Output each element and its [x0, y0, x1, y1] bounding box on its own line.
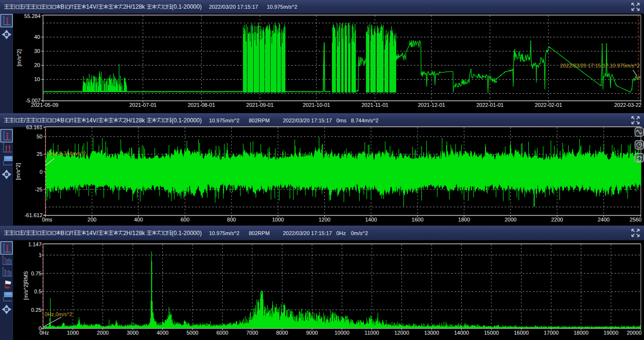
- svg-text:400: 400: [134, 217, 143, 222]
- svg-text:19000: 19000: [604, 330, 619, 336]
- svg-text:2022/03/20 17:15:17: 2022/03/20 17:15:17: [283, 230, 332, 236]
- svg-text:2022/03/20 17:15:17,10.975m/s^: 2022/03/20 17:15:17,10.975m/s^2: [560, 63, 640, 68]
- svg-text:2021-12-01: 2021-12-01: [418, 102, 445, 108]
- svg-text:B: B: [61, 117, 65, 124]
- svg-text:3000: 3000: [127, 330, 139, 336]
- svg-text:2H/128k: 2H/128k: [123, 230, 145, 237]
- svg-text:-25: -25: [35, 187, 43, 192]
- svg-text:2022/03/20 17:15:17: 2022/03/20 17:15:17: [209, 4, 258, 10]
- svg-text:17000: 17000: [544, 330, 559, 336]
- svg-text:2000: 2000: [505, 217, 516, 222]
- svg-text:10.975m/s^2: 10.975m/s^2: [209, 118, 240, 123]
- svg-text:(0.1-20000): (0.1-20000): [172, 3, 202, 10]
- svg-text:1.147: 1.147: [28, 241, 42, 247]
- svg-text:0ms,8.744m/s^2: 0ms,8.744m/s^2: [48, 151, 86, 156]
- svg-text:4000: 4000: [157, 330, 168, 336]
- svg-text:50: 50: [36, 134, 42, 139]
- svg-text:[m/s^2]: [m/s^2]: [15, 163, 21, 180]
- svg-text:2400: 2400: [598, 217, 609, 222]
- svg-text:10.975m/s^2: 10.975m/s^2: [267, 4, 297, 10]
- svg-text:1: 1: [38, 252, 41, 258]
- svg-text:[m/s^2]: [m/s^2]: [16, 49, 22, 66]
- svg-text:1600: 1600: [412, 217, 423, 222]
- svg-text:0Hz: 0Hz: [39, 330, 49, 336]
- svg-text:25: 25: [36, 151, 42, 157]
- svg-text:1000: 1000: [272, 217, 284, 222]
- svg-text:2021-08-01: 2021-08-01: [188, 102, 215, 108]
- svg-text:2022-02-01: 2022-02-01: [535, 102, 562, 108]
- svg-text:2560: 2560: [630, 217, 642, 222]
- svg-text:(0.1-20000): (0.1-20000): [172, 230, 202, 237]
- svg-text:10: 10: [34, 76, 40, 82]
- svg-text:20000: 20000: [627, 330, 642, 336]
- svg-text:0Hz: 0Hz: [336, 230, 346, 236]
- svg-text:2022-01-01: 2022-01-01: [476, 102, 504, 108]
- svg-text:200: 200: [87, 217, 96, 222]
- svg-text:0.75: 0.75: [31, 271, 41, 276]
- svg-text:0Hz,0m/s^2: 0Hz,0m/s^2: [45, 311, 72, 317]
- svg-text:1400: 1400: [365, 217, 377, 222]
- svg-text:8.744m/s^2: 8.744m/s^2: [351, 118, 379, 123]
- svg-text:2022-03-22: 2022-03-22: [614, 102, 642, 108]
- svg-text:55.284: 55.284: [24, 13, 41, 19]
- svg-text:15000: 15000: [484, 330, 499, 336]
- svg-text:8000: 8000: [276, 330, 288, 336]
- svg-text:2021-07-01: 2021-07-01: [129, 102, 157, 108]
- svg-text:1800: 1800: [458, 217, 470, 222]
- svg-text:2021-05-09: 2021-05-09: [31, 102, 58, 108]
- svg-text:2H/128k: 2H/128k: [123, 3, 145, 10]
- svg-text:20: 20: [34, 62, 40, 68]
- svg-text:13000: 13000: [424, 330, 439, 336]
- svg-text:6000: 6000: [216, 330, 228, 336]
- svg-text:30: 30: [34, 48, 40, 54]
- svg-text:10000: 10000: [334, 330, 349, 336]
- svg-text:600: 600: [180, 217, 189, 222]
- svg-text:800: 800: [227, 217, 236, 222]
- svg-text:1000: 1000: [67, 330, 79, 336]
- svg-text:1200: 1200: [318, 217, 330, 222]
- svg-text:-61.612: -61.612: [24, 212, 42, 218]
- svg-text:0ms: 0ms: [336, 118, 347, 123]
- svg-text:11000: 11000: [365, 330, 379, 336]
- svg-text:0ms: 0ms: [42, 217, 52, 222]
- svg-text:7000: 7000: [246, 330, 258, 336]
- svg-text:802RPM: 802RPM: [249, 118, 270, 123]
- svg-text:802RPM: 802RPM: [249, 230, 270, 236]
- svg-text:2021-09-01: 2021-09-01: [246, 102, 274, 108]
- svg-text:0.5: 0.5: [34, 289, 41, 294]
- svg-text:14V/: 14V/: [86, 230, 98, 237]
- svg-text:18000: 18000: [574, 330, 589, 336]
- svg-text:B: B: [61, 230, 65, 237]
- svg-text:12000: 12000: [394, 330, 409, 336]
- svg-text:10.975m/s^2: 10.975m/s^2: [209, 230, 240, 236]
- svg-text:9000: 9000: [306, 330, 318, 336]
- svg-text:16000: 16000: [514, 330, 529, 336]
- svg-text:2H/128k: 2H/128k: [123, 117, 145, 124]
- svg-text:B: B: [61, 3, 65, 10]
- svg-text:14000: 14000: [454, 330, 469, 336]
- svg-text:63.161: 63.161: [26, 124, 43, 130]
- svg-text:2021-10-01: 2021-10-01: [303, 102, 330, 108]
- svg-text:2022/03/20 17:15:17: 2022/03/20 17:15:17: [283, 118, 332, 123]
- svg-text:0m/s^2: 0m/s^2: [351, 230, 368, 236]
- svg-text:[m/s^2]RMS: [m/s^2]RMS: [23, 271, 29, 300]
- svg-text:2200: 2200: [551, 217, 563, 222]
- svg-text:14V/: 14V/: [86, 3, 98, 10]
- svg-text:14V/: 14V/: [86, 117, 98, 124]
- svg-text:(0.1-20000): (0.1-20000): [172, 117, 202, 124]
- svg-text:0: 0: [39, 169, 42, 175]
- svg-text:2000: 2000: [97, 330, 108, 336]
- svg-text:5000: 5000: [187, 330, 198, 336]
- svg-text:2021-11-01: 2021-11-01: [362, 102, 388, 108]
- svg-text:40: 40: [34, 34, 40, 40]
- svg-text:0.25: 0.25: [31, 307, 41, 313]
